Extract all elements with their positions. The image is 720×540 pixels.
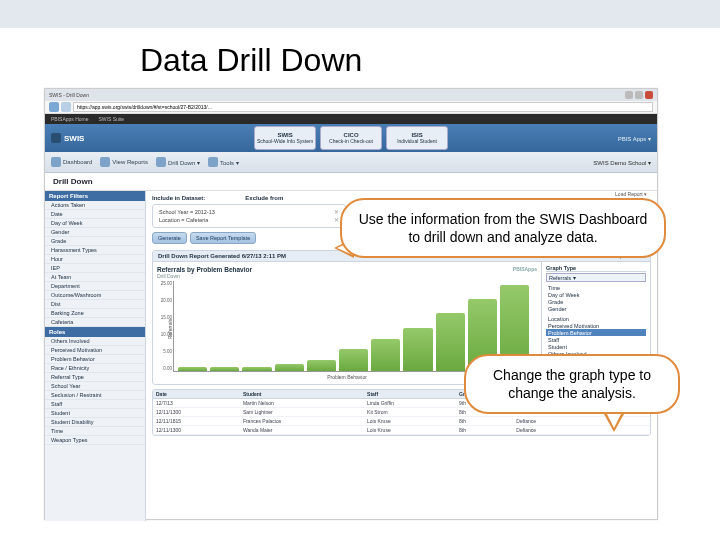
table-cell: 8th bbox=[456, 417, 513, 426]
table-cell: Frances Palacios bbox=[240, 417, 364, 426]
chart-bar bbox=[275, 364, 304, 371]
sidebar-head-filters: Report Filters bbox=[45, 191, 145, 201]
table-cell: Sam Lightner bbox=[240, 408, 364, 417]
sidebar-head-roles: Roles bbox=[45, 327, 145, 337]
report-header: Drill Down Report Generated 6/27/13 2:11… bbox=[158, 253, 286, 259]
graph-type-item[interactable]: Staff bbox=[546, 336, 646, 343]
exclude-label: Exclude from bbox=[245, 195, 283, 201]
slide-title: Data Drill Down bbox=[0, 28, 720, 79]
school-selector[interactable]: SWIS Demo School ▾ bbox=[593, 159, 651, 166]
sidebar-item[interactable]: Others Involved bbox=[45, 337, 145, 346]
sidebar-item[interactable]: School Year bbox=[45, 382, 145, 391]
sidebar-item[interactable]: Gender bbox=[45, 228, 145, 237]
sidebar-item[interactable]: Cafeteria bbox=[45, 318, 145, 327]
graph-type-item[interactable]: Problem Behavior bbox=[546, 329, 646, 336]
y-ticks: 25.0020.0015.0010.005.000.00 bbox=[162, 281, 172, 371]
sidebar-item[interactable]: Barking Zone bbox=[45, 309, 145, 318]
filter-chip: Location = Cafeteria bbox=[159, 217, 208, 223]
screenshot-frame: SWIS - Drill Down PBISApps Home SWIS Sui… bbox=[44, 88, 658, 520]
maximize-icon[interactable] bbox=[635, 91, 643, 99]
table-row[interactable]: 12/11/1300Wanda MaierLois Kruse8thDefian… bbox=[153, 426, 650, 435]
table-cell: Wanda Maier bbox=[240, 426, 364, 435]
generate-button[interactable]: Generate bbox=[152, 232, 187, 244]
chart-title: Referrals by Problem Behavior bbox=[157, 266, 537, 273]
sidebar-item[interactable]: Time bbox=[45, 427, 145, 436]
sidebar-item[interactable]: Day of Week bbox=[45, 219, 145, 228]
browser-urlbar bbox=[45, 101, 657, 114]
module-swis[interactable]: SWISSchool-Wide Info System bbox=[254, 126, 316, 150]
graph-type-item[interactable]: Time bbox=[546, 284, 646, 291]
sidebar-item[interactable]: Harassment Types bbox=[45, 246, 145, 255]
browser-tab-title: SWIS - Drill Down bbox=[49, 92, 89, 98]
table-cell: Kit Strom bbox=[364, 408, 456, 417]
forward-icon[interactable] bbox=[61, 102, 71, 112]
load-report-link[interactable]: Load Report ▾ bbox=[615, 191, 647, 197]
graph-type-item[interactable]: Grade bbox=[546, 298, 646, 305]
app-header: SWIS SWISSchool-Wide Info System CICOChe… bbox=[45, 124, 657, 152]
toolbar-drill-down[interactable]: Drill Down ▾ bbox=[156, 157, 200, 167]
minimize-icon[interactable] bbox=[625, 91, 633, 99]
graph-type-item[interactable]: Perceived Motivation bbox=[546, 322, 646, 329]
table-cell: 12/11/1815 bbox=[153, 417, 240, 426]
sidebar-item[interactable]: Actions Taken bbox=[45, 201, 145, 210]
page-heading: Drill Down bbox=[45, 173, 657, 191]
sidebar-item[interactable]: Weapon Types bbox=[45, 436, 145, 445]
app-right-menu[interactable]: PBIS Apps ▾ bbox=[618, 135, 651, 142]
remove-filter-icon[interactable]: ✕ bbox=[334, 209, 339, 215]
toolbar-dashboard[interactable]: Dashboard bbox=[51, 157, 92, 167]
chart-subtitle: Drill Down bbox=[157, 273, 537, 279]
table-cell: Defiance bbox=[513, 417, 650, 426]
sidebar-item[interactable]: Student bbox=[45, 409, 145, 418]
sidebar-item[interactable]: Grade bbox=[45, 237, 145, 246]
sidebar-item[interactable]: Problem Behavior bbox=[45, 355, 145, 364]
chart-bar bbox=[403, 328, 432, 371]
window-buttons bbox=[625, 91, 653, 99]
filter-chip: School Year = 2012-13 bbox=[159, 209, 215, 215]
sidebar-item[interactable]: Race / Ethnicity bbox=[45, 364, 145, 373]
slide-top-band bbox=[0, 0, 720, 28]
chart-bar bbox=[242, 367, 271, 371]
sidebar-item[interactable]: Perceived Motivation bbox=[45, 346, 145, 355]
sidebar-item[interactable]: Seclusion / Restraint bbox=[45, 391, 145, 400]
sidebar-item[interactable]: Dist bbox=[45, 300, 145, 309]
chart-bar bbox=[307, 360, 336, 371]
sidebar-item[interactable]: Department bbox=[45, 282, 145, 291]
graph-type-item[interactable]: Location bbox=[546, 315, 646, 322]
chart-bar bbox=[178, 367, 207, 371]
close-icon[interactable] bbox=[645, 91, 653, 99]
save-template-button[interactable]: Save Report Template bbox=[190, 232, 256, 244]
table-cell: 8th bbox=[456, 426, 513, 435]
graph-type-dropdown[interactable]: Referrals ▾ bbox=[546, 273, 646, 282]
sidebar-item[interactable]: Date bbox=[45, 210, 145, 219]
table-header[interactable]: Staff bbox=[364, 390, 456, 399]
toolbar-tools[interactable]: Tools ▾ bbox=[208, 157, 239, 167]
nav-pbisapps[interactable]: PBISApps Home bbox=[51, 116, 89, 122]
table-cell: Lois Kruse bbox=[364, 417, 456, 426]
sidebar-item[interactable]: Staff bbox=[45, 400, 145, 409]
module-cico[interactable]: CICOCheck-in Check-out bbox=[320, 126, 382, 150]
sidebar-item[interactable]: IEP bbox=[45, 264, 145, 273]
chart-bar bbox=[339, 349, 368, 371]
remove-filter-icon[interactable]: ✕ bbox=[334, 217, 339, 223]
table-header[interactable]: Date bbox=[153, 390, 240, 399]
table-header[interactable]: Student bbox=[240, 390, 364, 399]
url-input[interactable] bbox=[73, 102, 653, 112]
table-cell: Lois Kruse bbox=[364, 426, 456, 435]
table-row[interactable]: 12/11/1815Frances PalaciosLois Kruse8thD… bbox=[153, 417, 650, 426]
graph-type-item[interactable]: Gender bbox=[546, 305, 646, 312]
sidebar-item[interactable]: Student Disability bbox=[45, 418, 145, 427]
toolbar-view-reports[interactable]: View Reports bbox=[100, 157, 148, 167]
sidebar-item[interactable]: Referral Type bbox=[45, 373, 145, 382]
app-black-strip: PBISApps Home SWIS Suite bbox=[45, 114, 657, 124]
sidebar-item[interactable]: Outcome/Washroom bbox=[45, 291, 145, 300]
sidebar-item[interactable]: Hour bbox=[45, 255, 145, 264]
nav-swis-suite[interactable]: SWIS Suite bbox=[99, 116, 125, 122]
sidebar: Report Filters Actions TakenDateDay of W… bbox=[45, 191, 146, 521]
module-isis[interactable]: ISISIndividual Student bbox=[386, 126, 448, 150]
sidebar-item[interactable]: At Team bbox=[45, 273, 145, 282]
back-icon[interactable] bbox=[49, 102, 59, 112]
graph-type-item[interactable]: Student bbox=[546, 343, 646, 350]
graph-type-item[interactable]: Day of Week bbox=[546, 291, 646, 298]
app-logo: SWIS bbox=[51, 133, 84, 143]
chart-brand-logo: PBISApps bbox=[513, 266, 537, 272]
